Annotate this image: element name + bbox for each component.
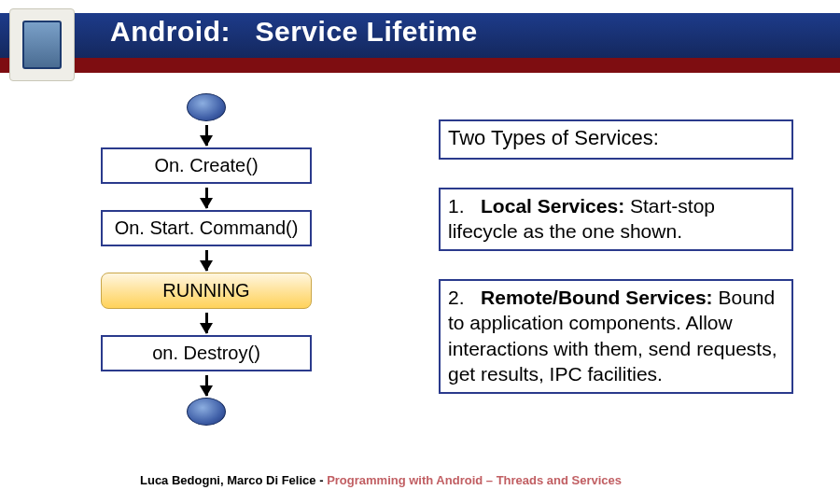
info-item-2: 2. Remote/Bound Services: Bound to appli… (439, 279, 793, 394)
info-item-1: 1. Local Services: Start-stop lifecycle … (439, 188, 793, 252)
stage-oncreate: On. Create() (101, 147, 312, 184)
title-bar: Android: Service Lifetime (0, 7, 840, 76)
info1-num: 1. (448, 195, 465, 217)
university-seal (9, 8, 75, 81)
stage-ondestroy: on. Destroy() (101, 335, 312, 371)
stage-running: RUNNING (101, 273, 312, 309)
info1-title: Local Services: (481, 195, 624, 217)
title-prefix: Android: (110, 16, 231, 47)
info-heading-text: Two Types of Services: (448, 126, 659, 149)
arrow-2 (205, 188, 208, 208)
lifecycle-flow: On. Create() On. Start. Command() RUNNIN… (90, 93, 323, 426)
info-heading: Two Types of Services: (439, 119, 793, 160)
title-red-band (0, 58, 840, 73)
arrow-4 (205, 313, 208, 333)
seal-glyph (22, 21, 62, 69)
slide-footer: Luca Bedogni, Marco Di Felice - Programm… (140, 473, 622, 487)
arrow-3 (205, 250, 208, 271)
title-suffix: Service Lifetime (256, 16, 478, 47)
start-node (187, 93, 226, 121)
info-column: Two Types of Services: 1. Local Services… (439, 119, 793, 394)
footer-sep: - (319, 473, 327, 487)
stage-onstartcommand: On. Start. Command() (101, 210, 312, 246)
info2-num: 2. (448, 287, 465, 308)
slide-title: Android: Service Lifetime (110, 16, 478, 48)
footer-authors: Luca Bedogni, Marco Di Felice (140, 473, 316, 487)
end-node (187, 398, 226, 426)
footer-course: Programming with Android – Threads and S… (327, 473, 622, 487)
arrow-1 (205, 125, 208, 146)
info2-title: Remote/Bound Services: (481, 287, 713, 308)
arrow-5 (205, 375, 208, 396)
